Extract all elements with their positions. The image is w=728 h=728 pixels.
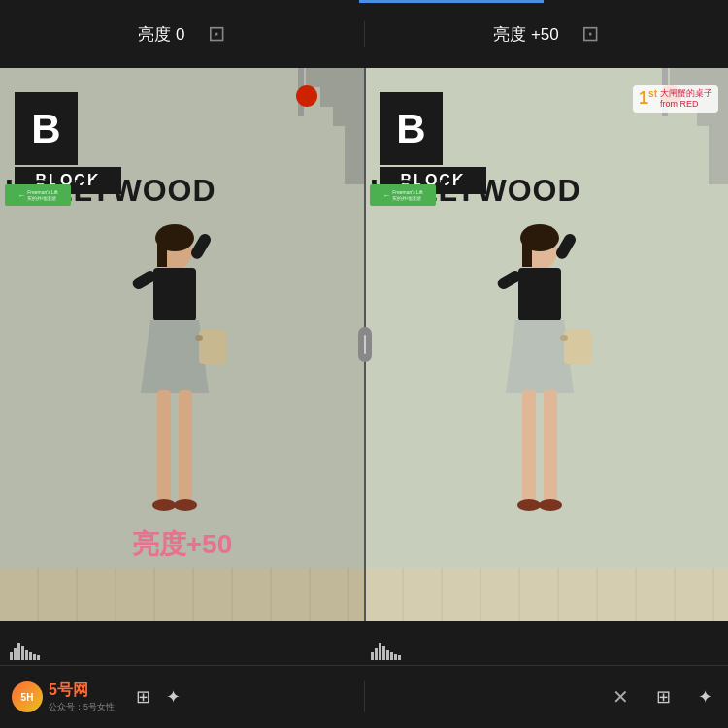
girl-figure-right [462,223,617,573]
hist-bar [17,643,20,660]
svg-rect-24 [564,330,591,364]
hist-bar [21,646,24,660]
hist-bar [390,652,393,660]
hist-bar [386,650,389,660]
hist-bar [25,650,28,660]
histogram-row [0,621,728,665]
left-image-panel: B BLOCK HOLLYWOOD Freeman's Lift买的外地漫游 [0,68,364,621]
logo-text: 5号网 公众号：5号女性 [49,680,115,713]
svg-rect-15 [522,238,532,267]
histogram-left [10,643,40,660]
cross-icon[interactable]: ✕ [609,681,633,712]
svg-point-23 [539,499,562,511]
right-image-panel: B BLOCK HOLLYWOOD Freeman's Lift买的外地漫游 1… [364,68,728,621]
hist-bar [398,655,401,660]
brightness-overlay-label: 亮度+50 [132,526,233,563]
hist-bar [33,654,36,660]
fire-alarm-left [296,85,317,107]
svg-marker-6 [141,320,209,393]
svg-point-22 [517,499,541,511]
sparkle-icon-right[interactable]: ✦ [694,682,716,711]
svg-rect-20 [522,390,536,502]
svg-rect-16 [518,268,561,321]
hist-bar [371,652,374,660]
hist-bar [382,646,385,660]
progress-bar [359,0,544,3]
hist-bar [379,643,381,660]
tools-left: 5H 5号网 公众号：5号女性 ⊞ ✦ [0,680,364,713]
adjust-sliders-icon-right[interactable]: ⊞ [652,682,675,711]
app-logo-icon: 5H [12,681,43,712]
logo-subtitle: 公众号：5号女性 [49,701,115,713]
hist-bar [29,652,32,660]
logo-name: 5号网 [49,680,115,701]
svg-point-25 [560,335,568,341]
svg-rect-8 [179,390,192,502]
brightness-right-label: 亮度 +50 [493,23,559,46]
svg-point-12 [195,335,203,341]
svg-rect-2 [157,238,167,267]
hist-bar [14,648,17,660]
left-panel-label: 亮度 0 ⊡ [0,21,365,47]
svg-rect-11 [199,330,226,364]
comparison-area: B BLOCK HOLLYWOOD Freeman's Lift买的外地漫游 [0,68,728,621]
right-panel-label: 亮度 +50 ⊡ [365,21,729,47]
svg-point-10 [174,499,197,511]
histogram-right [371,643,401,660]
divider-icon-left: ⊡ [208,21,225,47]
svg-rect-21 [544,390,557,502]
svg-rect-7 [157,390,171,502]
hist-bar [37,655,40,660]
freeman-sign-left: Freeman's Lift买的外地漫游 [5,184,71,206]
top-bar: 亮度 0 ⊡ 亮度 +50 ⊡ [0,0,728,68]
svg-rect-3 [153,268,196,321]
watermark-1st: 1st 大闸蟹的桌子 from RED [633,85,718,113]
divider-handle[interactable] [358,327,372,362]
divider-icon-right: ⊡ [581,21,599,47]
b-letter-right: B [380,92,443,165]
tools-row: 5H 5号网 公众号：5号女性 ⊞ ✦ ✕ ⊞ ✦ [0,665,728,728]
bottom-area: 5H 5号网 公众号：5号女性 ⊞ ✦ ✕ ⊞ ✦ [0,621,728,728]
tools-right: ✕ ⊞ ✦ [364,681,728,712]
hist-bar [394,654,397,660]
b-letter-left: B [15,92,78,165]
adjust-sliders-icon-left[interactable]: ⊞ [132,682,154,711]
tile-right [365,568,728,621]
hist-bar [10,652,13,660]
logo-area: 5H 5号网 公众号：5号女性 [12,680,115,713]
watermark-text: 大闸蟹的桌子 from RED [660,88,712,110]
hist-bar [375,648,378,660]
svg-point-9 [152,499,176,511]
staircase-left [306,68,364,184]
svg-marker-19 [506,320,574,393]
brightness-left-label: 亮度 0 [138,23,184,46]
watermark-number: 1st [639,88,657,109]
girl-figure-left [97,223,252,573]
freeman-sign-right: Freeman's Lift买的外地漫游 [370,184,436,206]
sparkle-icon-left[interactable]: ✦ [162,682,184,711]
tile-left [0,568,364,621]
